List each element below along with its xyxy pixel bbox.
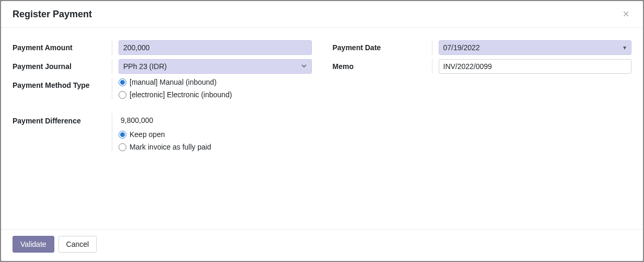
memo-input[interactable]: [439, 59, 632, 74]
label-payment-amount: Payment Amount: [13, 40, 112, 52]
close-button[interactable]: ×: [620, 8, 631, 20]
radio-fully-paid-label: Mark invoice as fully paid: [130, 143, 211, 151]
form-col-left: Payment Amount Payment Journal: [13, 40, 312, 155]
row-payment-method-type: Payment Method Type [manual] Manual (inb…: [13, 78, 312, 99]
row-payment-journal: Payment Journal: [13, 59, 312, 74]
payment-journal-select[interactable]: [119, 59, 312, 74]
label-memo: Memo: [333, 59, 432, 71]
field-memo: [432, 59, 632, 74]
label-payment-method-type: Payment Method Type: [13, 78, 112, 89]
radio-fully-paid[interactable]: Mark invoice as fully paid: [119, 143, 312, 151]
payment-date-wrap: ▾: [439, 40, 632, 55]
payment-difference-radio-group: Keep open Mark invoice as fully paid: [119, 130, 312, 151]
field-payment-date: ▾: [432, 40, 632, 55]
modal-title: Register Payment: [13, 9, 92, 20]
row-memo: Memo: [333, 59, 632, 74]
radio-electronic[interactable]: [electronic] Electronic (inbound): [119, 90, 312, 99]
radio-electronic-input[interactable]: [119, 91, 126, 99]
cancel-button[interactable]: Cancel: [58, 236, 97, 253]
radio-electronic-label: [electronic] Electronic (inbound): [130, 90, 232, 99]
radio-fully-paid-input[interactable]: [119, 143, 126, 151]
register-payment-modal: Register Payment × Payment Amount Paymen…: [1, 1, 643, 261]
label-payment-date: Payment Date: [333, 40, 432, 52]
payment-amount-input[interactable]: [119, 40, 312, 55]
field-payment-journal: [112, 59, 312, 74]
payment-difference-value: 9,800,000: [119, 113, 312, 127]
radio-keep-open-input[interactable]: [119, 131, 126, 139]
radio-manual-label: [manual] Manual (inbound): [130, 78, 217, 86]
validate-button[interactable]: Validate: [13, 236, 54, 253]
field-payment-method-type: [manual] Manual (inbound) [electronic] E…: [112, 78, 312, 99]
payment-journal-select-wrap: [119, 59, 312, 74]
modal-footer: Validate Cancel: [1, 229, 643, 261]
payment-method-radio-group: [manual] Manual (inbound) [electronic] E…: [119, 78, 312, 99]
modal-header: Register Payment ×: [1, 1, 643, 28]
radio-manual[interactable]: [manual] Manual (inbound): [119, 78, 312, 86]
field-payment-difference: 9,800,000 Keep open Mark invoice as full…: [112, 113, 312, 151]
row-payment-amount: Payment Amount: [13, 40, 312, 55]
field-payment-amount: [112, 40, 312, 55]
radio-manual-input[interactable]: [119, 78, 126, 86]
row-payment-date: Payment Date ▾: [333, 40, 632, 55]
form-grid: Payment Amount Payment Journal: [13, 40, 631, 155]
label-payment-journal: Payment Journal: [13, 59, 112, 71]
label-payment-difference: Payment Difference: [13, 113, 112, 125]
row-payment-difference: Payment Difference 9,800,000 Keep open M…: [13, 113, 312, 151]
radio-keep-open-label: Keep open: [130, 130, 165, 139]
close-icon: ×: [623, 7, 629, 20]
radio-keep-open[interactable]: Keep open: [119, 130, 312, 139]
modal-body: Payment Amount Payment Journal: [1, 28, 643, 229]
form-col-right: Payment Date ▾ Memo: [333, 40, 632, 155]
payment-date-input[interactable]: [439, 40, 632, 55]
